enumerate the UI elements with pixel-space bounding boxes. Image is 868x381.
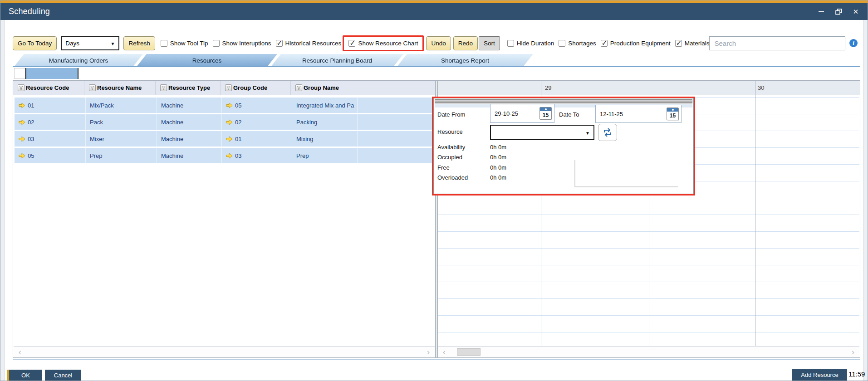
titlebar: Scheduling [0,3,868,20]
close-icon[interactable] [852,8,859,15]
column-header-group-name[interactable]: Group Name [291,81,356,95]
checkbox-production-equipment[interactable]: Production Equipment [601,40,671,47]
filter-icon[interactable] [295,84,302,91]
tab-resource-planning-board[interactable]: Resource Planning Board [271,54,403,67]
table-horizontal-scrollbar[interactable] [14,346,435,357]
cell-resource-code: 02 [28,119,34,126]
checkbox-box [507,40,514,47]
timeline-horizontal-scrollbar[interactable] [438,346,859,357]
table-row[interactable]: 01 Mix/Pack Machine 05 Integrated Mix an… [15,98,434,113]
checkbox-label: Show Interuptions [222,40,271,47]
checkbox-label: Shortages [568,40,596,47]
scroll-right-icon[interactable] [424,347,433,357]
checkbox-show-tool-tip[interactable]: Show Tool Tip [161,40,208,47]
redo-button[interactable]: Redo [453,36,478,50]
chevron-down-icon [111,40,115,47]
cell-group-name: Prep [296,152,309,159]
tab-shortages-report[interactable]: Shortages Report [397,54,533,67]
link-arrow-icon[interactable] [226,119,233,125]
date-to-field[interactable]: 12-11-25 15 [595,105,682,123]
refresh-button[interactable]: Refresh [123,36,155,50]
mini-chart-x-axis [574,186,678,187]
swap-arrows-icon [601,127,614,138]
checkbox-historical-resources[interactable]: Historical Resources [276,40,342,47]
filter-icon[interactable] [225,84,232,91]
checkbox-box [161,40,167,47]
column-header-label: Group Name [304,84,339,91]
system-clock: 11:59 [848,370,865,378]
scrollbar-thumb[interactable] [457,348,481,356]
link-arrow-icon[interactable] [19,136,25,142]
filter-icon[interactable] [160,84,167,91]
resource-label: Resource [437,128,463,135]
checkbox-hide-duration[interactable]: Hide Duration [507,40,554,47]
filter-icon[interactable] [18,84,25,91]
cell-resource-code: 03 [28,136,34,142]
column-header-resource-type[interactable]: Resource Type [156,81,221,95]
interval-select[interactable]: Days [61,36,119,50]
checkbox-materials[interactable]: Materials [675,40,710,47]
table-body: 01 Mix/Pack Machine 05 Integrated Mix an… [15,98,434,165]
column-header-group-code[interactable]: Group Code [221,81,291,95]
scroll-left-icon[interactable] [15,347,25,357]
table-row[interactable]: 05 Prep Machine 03 Prep [15,148,434,163]
refresh-resource-button[interactable] [598,124,617,141]
scroll-left-icon[interactable] [440,347,449,357]
link-arrow-icon[interactable] [226,136,233,142]
cell-group-code: 05 [235,102,241,109]
availability-value: 0h 0m [490,144,506,151]
ok-button[interactable]: OK [7,370,42,381]
column-header-label: Group Code [233,84,267,91]
filter-icon[interactable] [89,84,96,91]
cell-group-name: Integrated Mix and Pa [296,102,354,109]
cancel-button[interactable]: Cancel [45,370,81,381]
toolbar: Go To Today Days Refresh Show Tool Tip S… [13,35,858,51]
scroll-right-icon[interactable] [848,347,858,357]
resource-select[interactable] [490,125,594,140]
link-arrow-icon[interactable] [226,103,233,108]
link-arrow-icon[interactable] [19,153,25,159]
undo-button[interactable]: Undo [426,36,451,50]
calendar-icon[interactable]: 15 [539,107,552,120]
cell-resource-code: 01 [28,102,34,109]
tab-resources[interactable]: Resources [137,54,277,67]
calendar-icon[interactable]: 15 [667,107,679,120]
ok-button-accent [7,370,9,381]
checkbox-show-interuptions[interactable]: Show Interuptions [213,40,271,47]
column-header-resource-name[interactable]: Resource Name [84,81,156,95]
cell-group-code: 03 [235,152,241,159]
timeline-overview-selection[interactable] [25,68,78,79]
mini-chart-y-axis [574,160,575,187]
sort-button[interactable]: Sort [479,36,500,50]
info-icon[interactable] [849,39,858,47]
checkbox-show-resource-chart[interactable]: Show Resource Chart [348,40,418,47]
add-resource-button-label: Add Resource [801,371,838,378]
tab-manufacturing-orders[interactable]: Manufacturing Orders [14,54,143,67]
date-from-field[interactable]: 29-10-25 15 [490,104,554,123]
search-input[interactable] [709,36,845,50]
link-arrow-icon[interactable] [19,103,25,108]
overloaded-value: 0h 0m [490,174,506,181]
table-row[interactable]: 02 Pack Machine 02 Packing [15,114,434,130]
checkbox-label: Hide Duration [517,40,554,47]
link-arrow-icon[interactable] [226,153,233,159]
column-header-resource-code[interactable]: Resource Code [13,81,84,95]
date-to-label: Date To [559,111,579,118]
column-header-label: Resource Type [168,84,210,91]
day-label: 29 [545,84,551,91]
minimize-icon[interactable] [818,8,825,15]
table-row[interactable]: 03 Mixer Machine 01 Mixing [15,131,434,147]
cell-resource-name: Mixer [90,136,104,142]
ok-button-label: OK [21,372,30,379]
restore-icon[interactable] [835,8,842,15]
link-arrow-icon[interactable] [19,119,25,125]
go-to-today-button[interactable]: Go To Today [13,36,57,50]
checkbox-shortages[interactable]: Shortages [559,40,596,47]
checkbox-box [213,40,220,47]
calendar-icon-day: 15 [667,112,678,120]
panel-drag-handle[interactable] [435,99,692,103]
calendar-icon-day: 15 [540,111,551,119]
date-to-value: 12-11-25 [600,111,623,117]
add-resource-button[interactable]: Add Resource [792,369,847,381]
checkbox-label: Production Equipment [610,40,671,47]
